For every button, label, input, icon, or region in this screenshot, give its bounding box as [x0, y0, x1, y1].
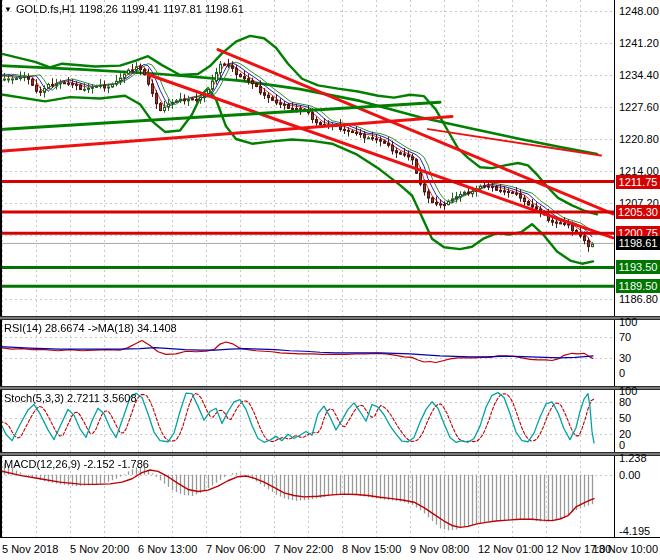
price-axis[interactable]: 1248.001241.201234.401227.601220.801214.…: [614, 0, 660, 316]
time-axis-label: 13 Nov 10:00: [593, 543, 658, 555]
axis-tick-label: 30: [619, 352, 631, 364]
time-axis-label: 7 Nov 06:00: [206, 543, 265, 555]
main-chart-canvas[interactable]: [0, 0, 614, 316]
trading-chart-window: ▼GOLD.fs,H1 1198.26 1199.41 1197.81 1198…: [0, 0, 660, 560]
time-axis-label: 8 Nov 15:00: [342, 543, 401, 555]
time-axis-label: 9 Nov 08:00: [410, 543, 469, 555]
rsi-label: RSI(14) 28.6674 ->MA(18) 34.1408: [4, 322, 177, 334]
axis-tick-label: 0: [619, 367, 625, 379]
macd-label: MACD(12,26,9) -2.152 -1.786: [4, 458, 149, 470]
symbol-dropdown-icon[interactable]: ▼: [4, 5, 12, 14]
axis-tick-label: 1234.40: [619, 69, 659, 81]
axis-tick-label: 70: [619, 331, 631, 343]
time-axis[interactable]: 5 Nov 20185 Nov 20:006 Nov 13:007 Nov 06…: [0, 537, 660, 560]
time-axis-label: 12 Nov 01:00: [478, 543, 543, 555]
time-axis-label: 5 Nov 2018: [2, 543, 58, 555]
rsi-axis[interactable]: 10070300: [614, 320, 660, 386]
axis-tick-label: 1248.00: [619, 5, 659, 17]
stochastic-axis[interactable]: 1008050200: [614, 390, 660, 452]
axis-tick-label: 50: [619, 412, 631, 424]
chart-title-text: GOLD.fs,H1 1198.26 1199.41 1197.81 1198.…: [16, 3, 244, 15]
price-level-badge: 1205.30: [616, 205, 660, 219]
time-axis-label: 6 Nov 13:00: [138, 543, 197, 555]
axis-tick-label: 1241.20: [619, 37, 659, 49]
stochastic-label: Stoch(5,3,3) 2.7211 3.5608: [4, 392, 137, 404]
axis-tick-label: 80: [619, 396, 631, 408]
axis-tick-label: 0.00: [619, 469, 640, 481]
axis-tick-label: 1227.60: [619, 101, 659, 113]
axis-tick-label: 0: [619, 439, 625, 451]
chart-title: ▼GOLD.fs,H1 1198.26 1199.41 1197.81 1198…: [4, 3, 244, 15]
axis-tick-label: 100: [619, 316, 637, 328]
price-level-badge: 1211.75: [616, 175, 660, 189]
rsi-pane[interactable]: RSI(14) 28.6674 ->MA(18) 34.1408: [0, 320, 614, 386]
macd-pane[interactable]: MACD(12,26,9) -2.152 -1.786: [0, 456, 614, 537]
price-level-badge: 1189.50: [616, 279, 660, 293]
time-axis-label: 5 Nov 20:00: [70, 543, 129, 555]
axis-tick-label: 1.238: [619, 452, 647, 464]
macd-axis[interactable]: 1.2380.00-4.195: [614, 456, 660, 537]
axis-tick-label: 1220.80: [619, 133, 659, 145]
time-axis-label: 7 Nov 22:00: [274, 543, 333, 555]
axis-tick-label: 1186.80: [619, 293, 658, 305]
stochastic-pane[interactable]: Stoch(5,3,3) 2.7211 3.5608: [0, 390, 614, 452]
price-level-badge: 1193.50: [616, 260, 660, 274]
axis-tick-label: -4.195: [619, 525, 650, 537]
main-chart-pane[interactable]: ▼GOLD.fs,H1 1198.26 1199.41 1197.81 1198…: [0, 0, 614, 316]
current-price-badge: 1198.61: [616, 236, 660, 250]
